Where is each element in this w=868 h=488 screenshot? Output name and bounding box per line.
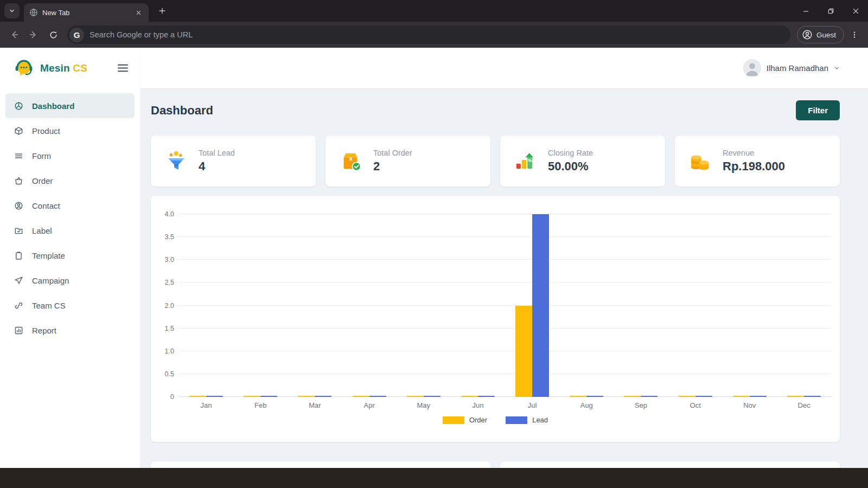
bar-lead-may	[424, 396, 441, 397]
forward-button[interactable]	[25, 26, 42, 43]
legend-swatch	[506, 416, 527, 424]
box-icon	[14, 126, 23, 136]
url-bar-text: Search Google or type a URL	[90, 30, 193, 39]
coins-icon	[688, 149, 713, 174]
reload-button[interactable]	[44, 26, 62, 43]
chevron-down-icon	[9, 8, 15, 14]
x-axis-tick: Apr	[342, 401, 397, 409]
sidebar: Mesin CS DashboardProductFormOrderContac…	[0, 48, 140, 488]
sidebar-item-label: Template	[32, 251, 65, 260]
content-inner: Dashboard Filter Total Lead4Total Order2…	[140, 88, 868, 488]
chart-column-may	[397, 214, 451, 397]
bar-order-may	[407, 396, 424, 397]
y-axis-tick: 4.0	[155, 210, 179, 218]
chart-card: 00.51.01.52.02.53.03.54.0 JanFebMarAprMa…	[151, 196, 840, 442]
stat-value: Rp.198.000	[723, 159, 785, 174]
chart-column-jun	[451, 214, 505, 397]
person-circle-icon	[802, 29, 813, 40]
filter-button[interactable]: Filter	[796, 100, 840, 120]
bar-order-jan	[189, 396, 206, 397]
sidebar-item-campaign[interactable]: Campaign	[5, 268, 135, 293]
bar-chart-icon	[14, 326, 23, 335]
headset-chat-icon	[13, 59, 35, 78]
browser-menu-button[interactable]	[846, 26, 863, 43]
y-axis-tick: 2.5	[155, 279, 179, 286]
sidebar-item-label: Order	[32, 176, 53, 185]
x-axis-tick: Jan	[179, 401, 233, 409]
bar-order-jun	[461, 396, 478, 397]
speedometer-icon	[14, 101, 23, 111]
chevron-down-icon	[834, 65, 840, 71]
stat-card-revenue: RevenueRp.198.000	[675, 136, 840, 187]
logo[interactable]: Mesin CS	[0, 48, 140, 88]
legend-item-lead[interactable]: Lead	[506, 416, 548, 424]
bar-lead-feb	[260, 396, 277, 397]
close-window-button[interactable]	[843, 0, 868, 22]
sidebar-item-label: Label	[32, 226, 52, 235]
bar-lead-jun	[478, 396, 495, 397]
sidebar-item-dashboard[interactable]: Dashboard	[5, 93, 135, 118]
globe-icon	[29, 8, 38, 17]
chart-column-mar	[288, 214, 342, 397]
bar-order-feb	[244, 396, 260, 397]
guest-profile-button[interactable]: Guest	[797, 26, 844, 43]
stat-label: Total Order	[373, 149, 412, 157]
page-title: Dashboard	[151, 104, 213, 118]
bar-lead-oct	[695, 396, 712, 397]
bar-order-mar	[298, 396, 315, 397]
legend-swatch	[443, 416, 464, 424]
chart-column-jan	[179, 214, 233, 397]
bar-lead-sep	[641, 396, 658, 397]
restore-button[interactable]	[818, 0, 843, 22]
browser-tab[interactable]: New Tab	[24, 3, 149, 22]
y-axis-tick: 0.5	[155, 370, 179, 378]
bar-order-nov	[733, 396, 750, 397]
x-axis-tick: May	[397, 401, 451, 409]
stat-value: 4	[199, 159, 235, 174]
sidebar-item-team-cs[interactable]: Team CS	[5, 293, 135, 318]
chart-legend: OrderLead	[151, 416, 840, 424]
stats-row: Total Lead4Total Order2%Closing Rate50.0…	[151, 136, 840, 187]
google-icon: G	[69, 28, 84, 42]
stat-card-closing-rate: %Closing Rate50.00%	[500, 136, 665, 187]
sidebar-item-product[interactable]: Product	[5, 118, 135, 143]
sidebar-item-report[interactable]: Report	[5, 318, 135, 343]
stat-label: Closing Rate	[548, 149, 593, 157]
new-tab-button[interactable]	[155, 4, 169, 18]
person-circle-icon	[14, 201, 23, 210]
x-axis-tick: Aug	[559, 401, 614, 409]
bar-order-jul	[515, 306, 532, 397]
sidebar-item-contact[interactable]: Contact	[5, 193, 135, 218]
url-bar[interactable]: G Search Google or type a URL	[67, 25, 790, 44]
list-icon	[14, 151, 23, 160]
sidebar-item-order[interactable]: Order	[5, 168, 135, 193]
tab-close-icon[interactable]	[133, 8, 143, 17]
basket-icon	[14, 176, 23, 185]
y-axis-tick: 0	[155, 393, 179, 401]
sidebar-item-form[interactable]: Form	[5, 143, 135, 168]
clipboard-icon	[14, 251, 23, 260]
app-header: Ilham Ramadhan	[140, 48, 868, 88]
legend-label: Order	[469, 416, 487, 424]
bar-lead-apr	[369, 396, 386, 397]
back-button[interactable]	[5, 26, 23, 43]
sidebar-item-label: Team CS	[32, 301, 66, 310]
logo-text: Mesin CS	[40, 62, 87, 74]
legend-item-order[interactable]: Order	[443, 416, 487, 424]
chart-column-feb	[233, 214, 288, 397]
sidebar-item-label[interactable]: Label	[5, 218, 135, 243]
chart-x-axis: JanFebMarAprMayJunJulAugSepOctNovDec	[179, 401, 831, 409]
sidebar-item-label: Report	[32, 326, 56, 335]
x-axis-tick: Oct	[668, 401, 723, 409]
bar-order-dec	[787, 396, 804, 397]
sidebar-item-label: Contact	[32, 201, 60, 210]
chart-column-nov	[723, 214, 777, 397]
hamburger-menu-icon[interactable]	[118, 64, 128, 72]
sidebar-item-template[interactable]: Template	[5, 243, 135, 268]
tab-search-button[interactable]	[4, 3, 20, 18]
stat-label: Total Lead	[199, 149, 235, 157]
minimize-button[interactable]	[793, 0, 818, 22]
x-axis-tick: Jul	[505, 401, 559, 409]
guest-label: Guest	[816, 31, 836, 39]
user-menu[interactable]: Ilham Ramadhan	[743, 59, 840, 77]
